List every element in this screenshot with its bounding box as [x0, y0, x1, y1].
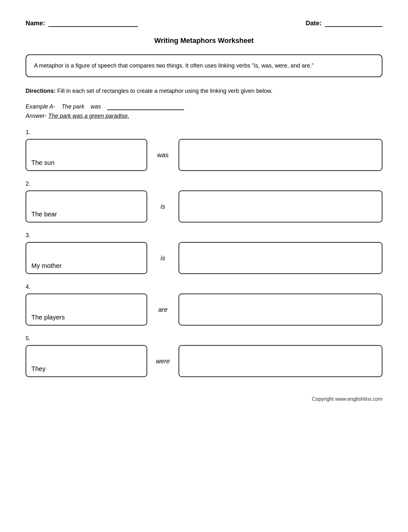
verb-label-3: is [155, 254, 171, 262]
item-section-4: 4.The playersare [26, 284, 382, 326]
definition-box: A metaphor is a figure of speech that co… [26, 54, 382, 77]
item-number-2: 2. [26, 181, 382, 187]
example-section: Example A- The park was Answer- The park… [26, 103, 382, 119]
subject-box-4: The players [26, 294, 147, 326]
verb-label-5: were [155, 358, 171, 365]
example-verb-a: was [91, 103, 101, 110]
date-field: Date: [306, 19, 382, 27]
answer-box-3[interactable] [179, 242, 382, 274]
directions-bold: Directions: [26, 88, 56, 94]
definition-text: A metaphor is a figure of speech that co… [34, 62, 314, 69]
item-section-2: 2.The bearis [26, 181, 382, 222]
answer-box-4[interactable] [179, 294, 382, 326]
item-number-3: 3. [26, 232, 382, 239]
answer-label: Answer- [26, 113, 47, 119]
directions-text: Fill in each set of rectangles to create… [56, 88, 272, 94]
answer-box-5[interactable] [179, 345, 382, 377]
date-line [325, 19, 382, 27]
answer-box-1[interactable] [179, 139, 382, 171]
name-field: Name: [26, 19, 138, 27]
items-container: 1.The sunwas2.The bearis3.My motheris4.T… [26, 129, 382, 377]
example-row-a: Example A- The park was [26, 103, 382, 110]
item-number-1: 1. [26, 129, 382, 136]
directions: Directions: Fill in each set of rectangl… [26, 87, 382, 95]
verb-label-1: was [155, 151, 171, 159]
verb-label-4: are [155, 306, 171, 313]
answer-text: The park was a green paradise. [48, 113, 129, 119]
example-subject-a: The park [61, 103, 84, 110]
header: Name: Date: [26, 19, 382, 27]
answer-box-2[interactable] [179, 190, 382, 222]
subject-box-1: The sun [26, 139, 147, 171]
name-line [48, 19, 138, 27]
subject-box-3: My mother [26, 242, 147, 274]
item-row-2: The bearis [26, 190, 382, 222]
item-row-4: The playersare [26, 294, 382, 326]
page-title: Writing Metaphors Worksheet [26, 36, 382, 45]
example-answer: Answer- The park was a green paradise. [26, 113, 382, 119]
item-section-3: 3.My motheris [26, 232, 382, 274]
subject-box-5: They [26, 345, 147, 377]
item-row-3: My motheris [26, 242, 382, 274]
item-row-1: The sunwas [26, 139, 382, 171]
item-section-5: 5.Theywere [26, 335, 382, 377]
item-row-5: Theywere [26, 345, 382, 377]
footer: Copyright www.englishlinx.com [26, 396, 382, 402]
verb-label-2: is [155, 203, 171, 210]
subject-box-2: The bear [26, 190, 147, 222]
example-label-a: Example A- [26, 103, 55, 110]
date-label: Date: [306, 20, 322, 27]
item-number-5: 5. [26, 335, 382, 342]
example-blank-a [107, 103, 184, 110]
name-label: Name: [26, 20, 45, 27]
item-section-1: 1.The sunwas [26, 129, 382, 171]
item-number-4: 4. [26, 284, 382, 290]
